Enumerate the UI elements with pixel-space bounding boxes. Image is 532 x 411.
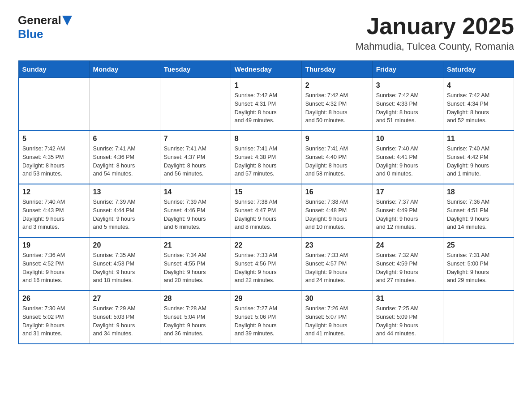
day-info: Sunrise: 7:41 AM Sunset: 4:36 PM Dayligh… <box>93 145 156 178</box>
weekday-header-tuesday: Tuesday <box>160 61 231 78</box>
weekday-header-thursday: Thursday <box>301 61 372 78</box>
day-number: 31 <box>376 295 439 303</box>
day-number: 25 <box>447 241 510 249</box>
calendar-cell: 21Sunrise: 7:34 AM Sunset: 4:55 PM Dayli… <box>160 237 231 291</box>
day-number: 5 <box>22 135 86 143</box>
weekday-header-saturday: Saturday <box>443 61 514 78</box>
day-number: 19 <box>22 241 86 249</box>
day-info: Sunrise: 7:41 AM Sunset: 4:37 PM Dayligh… <box>164 145 227 178</box>
day-info: Sunrise: 7:42 AM Sunset: 4:32 PM Dayligh… <box>305 91 369 125</box>
day-info: Sunrise: 7:40 AM Sunset: 4:43 PM Dayligh… <box>22 198 86 231</box>
day-info: Sunrise: 7:36 AM Sunset: 4:51 PM Dayligh… <box>447 198 510 231</box>
day-number: 13 <box>93 188 156 196</box>
calendar-cell: 23Sunrise: 7:33 AM Sunset: 4:57 PM Dayli… <box>301 237 372 291</box>
day-info: Sunrise: 7:32 AM Sunset: 4:59 PM Dayligh… <box>376 251 439 285</box>
day-number: 9 <box>305 135 369 143</box>
calendar-cell: 20Sunrise: 7:35 AM Sunset: 4:53 PM Dayli… <box>89 237 160 291</box>
weekday-header-sunday: Sunday <box>18 61 89 78</box>
day-info: Sunrise: 7:30 AM Sunset: 5:02 PM Dayligh… <box>22 304 86 338</box>
calendar-cell: 30Sunrise: 7:26 AM Sunset: 5:07 PM Dayli… <box>301 291 372 344</box>
weekday-header-wednesday: Wednesday <box>231 61 301 78</box>
calendar-cell <box>443 291 514 344</box>
calendar-cell: 7Sunrise: 7:41 AM Sunset: 4:37 PM Daylig… <box>160 131 231 184</box>
day-number: 8 <box>235 135 298 143</box>
calendar-cell: 28Sunrise: 7:28 AM Sunset: 5:04 PM Dayli… <box>160 291 231 344</box>
day-info: Sunrise: 7:36 AM Sunset: 4:52 PM Dayligh… <box>22 251 86 285</box>
day-info: Sunrise: 7:28 AM Sunset: 5:04 PM Dayligh… <box>164 304 227 338</box>
calendar-cell: 18Sunrise: 7:36 AM Sunset: 4:51 PM Dayli… <box>443 184 514 237</box>
calendar-cell: 12Sunrise: 7:40 AM Sunset: 4:43 PM Dayli… <box>18 184 89 237</box>
day-number: 28 <box>164 295 227 303</box>
day-number: 4 <box>447 81 510 90</box>
calendar-week-row: 19Sunrise: 7:36 AM Sunset: 4:52 PM Dayli… <box>18 237 514 291</box>
day-number: 2 <box>305 81 369 90</box>
day-number: 6 <box>93 135 156 143</box>
calendar-cell: 19Sunrise: 7:36 AM Sunset: 4:52 PM Dayli… <box>18 237 89 291</box>
day-info: Sunrise: 7:27 AM Sunset: 5:06 PM Dayligh… <box>235 304 298 338</box>
calendar-cell: 27Sunrise: 7:29 AM Sunset: 5:03 PM Dayli… <box>89 291 160 344</box>
calendar-cell: 13Sunrise: 7:39 AM Sunset: 4:44 PM Dayli… <box>89 184 160 237</box>
calendar-table: SundayMondayTuesdayWednesdayThursdayFrid… <box>18 60 514 344</box>
calendar-cell: 1Sunrise: 7:42 AM Sunset: 4:31 PM Daylig… <box>231 78 301 131</box>
day-number: 7 <box>164 135 227 143</box>
calendar-cell: 31Sunrise: 7:25 AM Sunset: 5:09 PM Dayli… <box>372 291 443 344</box>
day-number: 22 <box>235 241 298 249</box>
logo-blue-text: Blue <box>18 27 43 41</box>
calendar-cell: 6Sunrise: 7:41 AM Sunset: 4:36 PM Daylig… <box>89 131 160 184</box>
day-number: 17 <box>376 188 439 196</box>
title-section: January 2025 Mahmudia, Tulcea County, Ro… <box>356 13 514 52</box>
calendar-cell: 14Sunrise: 7:39 AM Sunset: 4:46 PM Dayli… <box>160 184 231 237</box>
day-info: Sunrise: 7:31 AM Sunset: 5:00 PM Dayligh… <box>447 251 510 285</box>
day-info: Sunrise: 7:38 AM Sunset: 4:48 PM Dayligh… <box>305 198 369 231</box>
day-number: 30 <box>305 295 369 303</box>
calendar-week-row: 26Sunrise: 7:30 AM Sunset: 5:02 PM Dayli… <box>18 291 514 344</box>
day-info: Sunrise: 7:42 AM Sunset: 4:31 PM Dayligh… <box>235 91 298 125</box>
day-number: 20 <box>93 241 156 249</box>
day-info: Sunrise: 7:26 AM Sunset: 5:07 PM Dayligh… <box>305 304 369 338</box>
calendar-cell: 22Sunrise: 7:33 AM Sunset: 4:56 PM Dayli… <box>231 237 301 291</box>
day-info: Sunrise: 7:29 AM Sunset: 5:03 PM Dayligh… <box>93 304 156 338</box>
calendar-cell: 26Sunrise: 7:30 AM Sunset: 5:02 PM Dayli… <box>18 291 89 344</box>
day-info: Sunrise: 7:42 AM Sunset: 4:33 PM Dayligh… <box>376 91 439 125</box>
day-info: Sunrise: 7:25 AM Sunset: 5:09 PM Dayligh… <box>376 304 439 338</box>
calendar-week-row: 5Sunrise: 7:42 AM Sunset: 4:35 PM Daylig… <box>18 131 514 184</box>
calendar-cell: 11Sunrise: 7:40 AM Sunset: 4:42 PM Dayli… <box>443 131 514 184</box>
day-info: Sunrise: 7:33 AM Sunset: 4:57 PM Dayligh… <box>305 251 369 285</box>
calendar-cell: 8Sunrise: 7:41 AM Sunset: 4:38 PM Daylig… <box>231 131 301 184</box>
weekday-header-monday: Monday <box>89 61 160 78</box>
calendar-cell: 2Sunrise: 7:42 AM Sunset: 4:32 PM Daylig… <box>301 78 372 131</box>
calendar-cell: 16Sunrise: 7:38 AM Sunset: 4:48 PM Dayli… <box>301 184 372 237</box>
day-number: 29 <box>235 295 298 303</box>
calendar-cell: 4Sunrise: 7:42 AM Sunset: 4:34 PM Daylig… <box>443 78 514 131</box>
svg-marker-0 <box>62 16 72 26</box>
day-number: 15 <box>235 188 298 196</box>
calendar-cell: 29Sunrise: 7:27 AM Sunset: 5:06 PM Dayli… <box>231 291 301 344</box>
weekday-header-row: SundayMondayTuesdayWednesdayThursdayFrid… <box>18 61 514 78</box>
calendar-title: January 2025 <box>356 13 514 39</box>
calendar-subtitle: Mahmudia, Tulcea County, Romania <box>356 41 514 52</box>
calendar-cell <box>89 78 160 131</box>
day-number: 16 <box>305 188 369 196</box>
day-number: 10 <box>376 135 439 143</box>
day-info: Sunrise: 7:41 AM Sunset: 4:38 PM Dayligh… <box>235 145 298 178</box>
logo-triangle-icon <box>62 16 72 26</box>
day-number: 12 <box>22 188 86 196</box>
day-number: 21 <box>164 241 227 249</box>
calendar-week-row: 1Sunrise: 7:42 AM Sunset: 4:31 PM Daylig… <box>18 78 514 131</box>
day-info: Sunrise: 7:38 AM Sunset: 4:47 PM Dayligh… <box>235 198 298 231</box>
calendar-cell: 25Sunrise: 7:31 AM Sunset: 5:00 PM Dayli… <box>443 237 514 291</box>
calendar-cell: 17Sunrise: 7:37 AM Sunset: 4:49 PM Dayli… <box>372 184 443 237</box>
day-info: Sunrise: 7:42 AM Sunset: 4:35 PM Dayligh… <box>22 145 86 178</box>
day-number: 27 <box>93 295 156 303</box>
day-info: Sunrise: 7:37 AM Sunset: 4:49 PM Dayligh… <box>376 198 439 231</box>
day-number: 3 <box>376 81 439 90</box>
calendar-cell: 5Sunrise: 7:42 AM Sunset: 4:35 PM Daylig… <box>18 131 89 184</box>
calendar-cell: 15Sunrise: 7:38 AM Sunset: 4:47 PM Dayli… <box>231 184 301 237</box>
day-number: 18 <box>447 188 510 196</box>
day-number: 14 <box>164 188 227 196</box>
day-number: 1 <box>235 81 298 90</box>
page-header: General Blue January 2025 Mahmudia, Tulc… <box>18 13 514 52</box>
weekday-header-friday: Friday <box>372 61 443 78</box>
day-info: Sunrise: 7:35 AM Sunset: 4:53 PM Dayligh… <box>93 251 156 285</box>
day-info: Sunrise: 7:39 AM Sunset: 4:46 PM Dayligh… <box>164 198 227 231</box>
